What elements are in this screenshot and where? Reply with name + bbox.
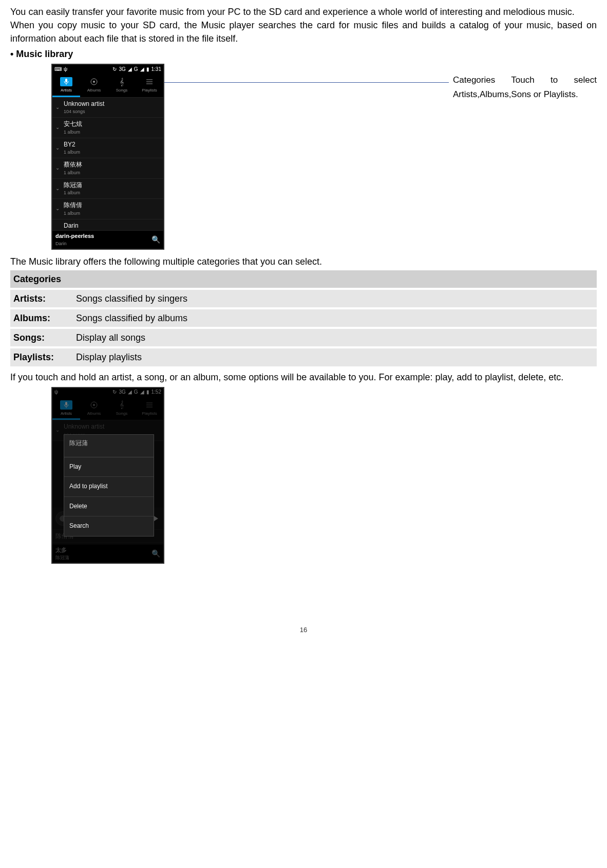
table-row: Songs:Display all songs — [10, 328, 597, 347]
artist-title: Unknown artist — [64, 100, 160, 108]
list-item[interactable]: ⌄陈冠蒲1 album — [52, 179, 163, 199]
category-name: Artists: — [10, 289, 73, 308]
intro-paragraph-1: You can easily transfer your favorite mu… — [10, 5, 597, 19]
play-icon[interactable] — [154, 516, 158, 521]
table-header: Categories — [10, 270, 597, 289]
artist-title: Darin — [64, 221, 160, 230]
artist-title: 陈冠蒲 — [64, 181, 160, 190]
artist-sub: 1 album — [64, 170, 160, 176]
chevron-down-icon: ⌄ — [55, 427, 60, 434]
category-desc: Display all songs — [73, 328, 597, 347]
list-icon — [143, 77, 156, 86]
category-name: Albums: — [10, 308, 73, 328]
table-row: Artists:Songs classified by singers — [10, 289, 597, 308]
list-icon — [143, 400, 156, 410]
tab-artists-label: Artists — [52, 411, 80, 417]
signal-icon-2: ◢ — [140, 389, 144, 396]
chevron-down-icon: ⌄ — [55, 104, 60, 112]
tab-albums-label: Albums — [80, 87, 108, 94]
svg-rect-7 — [65, 402, 67, 405]
context-menu-title: 陈冠蒲 — [64, 435, 154, 457]
list-item[interactable]: ⌄BY21 album — [52, 138, 163, 158]
treble-clef-icon: 𝄞 — [116, 77, 128, 86]
table-row: Playlists:Display playlists — [10, 347, 597, 367]
screenshot-context-menu: ψ ↻ 3G ◢ G ◢ ▮ 1:52 Artists Albums 𝄞Song… — [51, 387, 164, 564]
tab-playlists-label: Playlists — [136, 87, 163, 94]
signal-icon: ◢ — [128, 66, 132, 73]
tab-songs-label: Songs — [108, 411, 136, 417]
artist-title: 陈倩倩 — [64, 201, 160, 210]
usb-icon: ψ — [64, 66, 67, 73]
now-playing-artist: Darin — [55, 241, 151, 247]
tab-songs[interactable]: 𝄞 Songs — [108, 74, 136, 97]
music-library-heading: Music library — [10, 47, 597, 61]
sync-icon: ↻ — [112, 389, 117, 396]
figure-1-row: ⌨ ψ ↻ 3G ◢ G ◢ ▮ 1:31 Artists — [51, 64, 597, 250]
after-table-text: If you touch and hold an artist, a song,… — [10, 371, 597, 384]
microphone-icon — [60, 400, 72, 410]
svg-rect-0 — [65, 79, 67, 82]
now-playing-bar[interactable]: 太多 陈冠蒲 🔍 — [52, 545, 163, 563]
categories-table: Categories Artists:Songs classified by s… — [10, 270, 597, 368]
svg-point-10 — [93, 404, 95, 406]
usb-icon: ψ — [54, 389, 58, 396]
tab-albums[interactable]: Albums — [80, 397, 108, 420]
search-icon[interactable]: 🔍 — [151, 234, 160, 245]
status-bar: ⌨ ψ ↻ 3G ◢ G ◢ ▮ 1:31 — [52, 65, 163, 74]
list-item[interactable]: ⌄安七炫1 album — [52, 118, 163, 138]
tab-artists[interactable]: Artists — [52, 74, 80, 97]
artist-sub: 1 album — [64, 149, 160, 156]
signal-icon-2: ◢ — [140, 66, 144, 73]
disc-icon — [88, 400, 100, 410]
tab-artists[interactable]: Artists — [52, 397, 80, 420]
list-item[interactable]: ⌄蔡依林1 album — [52, 158, 163, 178]
battery-icon: ▮ — [146, 389, 149, 396]
tab-songs-label: Songs — [108, 87, 136, 94]
now-playing-artist: 陈冠蒲 — [55, 555, 151, 561]
category-name: Playlists: — [10, 347, 73, 367]
now-playing-bar[interactable]: darin-peerless Darin 🔍 — [52, 231, 163, 249]
list-item[interactable]: ⌄Darin — [52, 219, 163, 231]
chevron-down-icon: ⌄ — [55, 164, 60, 172]
network-3g-label: 3G — [119, 66, 125, 73]
chevron-down-icon: ⌄ — [55, 185, 60, 193]
tab-playlists[interactable]: Playlists — [136, 74, 163, 97]
intro-paragraph-2: When you copy music to your SD card, the… — [10, 19, 597, 45]
category-desc: Display playlists — [73, 347, 597, 367]
svg-point-3 — [93, 81, 95, 83]
chevron-down-icon: ⌄ — [55, 144, 60, 152]
battery-icon: ▮ — [146, 66, 149, 73]
list-item[interactable]: ⌄Unknown artist104 songs — [52, 98, 163, 118]
after-figure-text: The Music library offers the following m… — [10, 255, 597, 268]
network-3g-label: 3G — [119, 389, 125, 396]
artist-list[interactable]: ⌄Unknown artist104 songs ⌄安七炫1 album ⌄BY… — [52, 98, 163, 231]
search-icon[interactable]: 🔍 — [151, 548, 160, 559]
treble-clef-icon: 𝄞 — [116, 400, 128, 410]
disc-icon — [88, 77, 100, 86]
context-menu-add-to-playlist[interactable]: Add to playlist — [64, 477, 154, 496]
category-tabs: Artists Albums 𝄞 Songs Playlists — [52, 74, 163, 98]
network-g-label: G — [134, 66, 138, 73]
clock-label: 1:31 — [151, 66, 161, 73]
artist-sub: 1 album — [64, 129, 160, 136]
tab-songs[interactable]: 𝄞Songs — [108, 397, 136, 420]
context-menu-search[interactable]: Search — [64, 516, 154, 535]
tab-albums[interactable]: Albums — [80, 74, 108, 97]
list-item[interactable]: ⌄陈倩倩1 album — [52, 199, 163, 219]
status-bar: ψ ↻ 3G ◢ G ◢ ▮ 1:52 — [52, 388, 163, 397]
tab-playlists[interactable]: Playlists — [136, 397, 163, 420]
sync-icon: ↻ — [112, 66, 117, 73]
callout-leader-line — [163, 82, 449, 83]
table-row: Albums:Songs classified by albums — [10, 308, 597, 328]
category-tabs: Artists Albums 𝄞Songs Playlists — [52, 397, 163, 421]
context-menu-play[interactable]: Play — [64, 457, 154, 477]
page-number: 16 — [10, 625, 597, 635]
now-playing-title: 太多 — [55, 546, 151, 555]
artist-sub: 1 album — [64, 190, 160, 196]
signal-icon: ◢ — [128, 389, 132, 396]
callout-text: Categories Touch to select Artists,Album… — [453, 73, 597, 101]
clock-label: 1:52 — [151, 389, 161, 396]
context-menu-delete[interactable]: Delete — [64, 497, 154, 516]
category-desc: Songs classified by albums — [73, 308, 597, 328]
tab-artists-label: Artists — [52, 87, 80, 94]
